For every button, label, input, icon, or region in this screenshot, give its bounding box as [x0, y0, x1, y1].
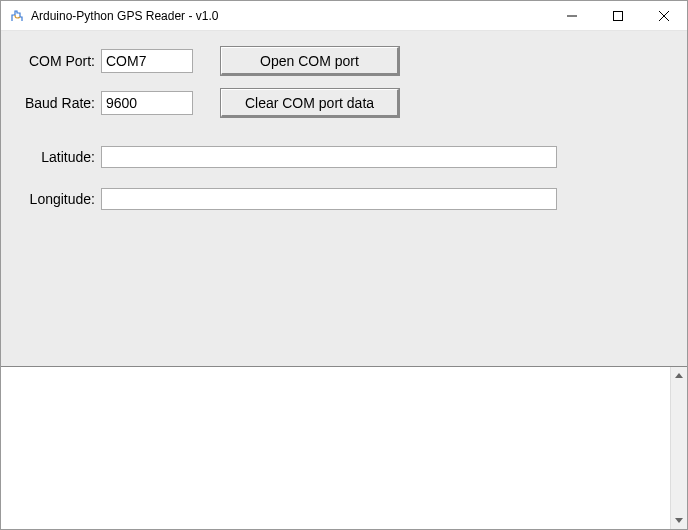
app-icon [9, 8, 25, 24]
minimize-button[interactable] [549, 1, 595, 30]
window-title: Arduino-Python GPS Reader - v1.0 [31, 9, 549, 23]
latitude-row: Latitude: [19, 143, 669, 171]
output-scrollbar[interactable] [670, 367, 687, 529]
clear-data-button[interactable]: Clear COM port data [221, 89, 399, 117]
baud-row: Baud Rate: Clear COM port data [19, 89, 669, 117]
comport-row: COM Port: Open COM port [19, 47, 669, 75]
spacer [19, 131, 669, 143]
longitude-row: Longitude: [19, 185, 669, 213]
form-panel: COM Port: Open COM port Baud Rate: Clear… [1, 31, 687, 366]
client-area: COM Port: Open COM port Baud Rate: Clear… [1, 31, 687, 529]
output-textarea[interactable] [1, 367, 670, 529]
open-port-button[interactable]: Open COM port [221, 47, 399, 75]
latitude-input[interactable] [101, 146, 557, 168]
comport-label: COM Port: [19, 53, 101, 69]
close-button[interactable] [641, 1, 687, 30]
titlebar: Arduino-Python GPS Reader - v1.0 [1, 1, 687, 31]
latitude-label: Latitude: [19, 149, 101, 165]
baud-label: Baud Rate: [19, 95, 101, 111]
longitude-label: Longitude: [19, 191, 101, 207]
svg-rect-1 [614, 11, 623, 20]
maximize-button[interactable] [595, 1, 641, 30]
baud-input[interactable] [101, 91, 193, 115]
scroll-down-icon[interactable] [671, 512, 688, 529]
output-panel [1, 366, 687, 529]
app-window: Arduino-Python GPS Reader - v1.0 COM Por… [0, 0, 688, 530]
longitude-input[interactable] [101, 188, 557, 210]
scroll-up-icon[interactable] [671, 367, 688, 384]
comport-input[interactable] [101, 49, 193, 73]
window-controls [549, 1, 687, 30]
